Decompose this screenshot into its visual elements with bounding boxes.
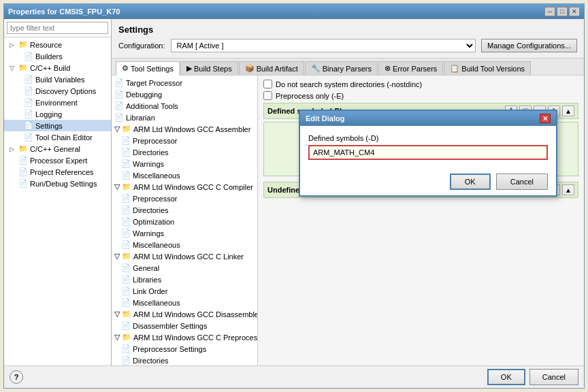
page-icon: 📄	[18, 156, 28, 165]
tab-content: 📄 Target Processor 📄 Debugging 📄 Additio…	[112, 76, 584, 365]
tree-item-label: Discovery Options	[35, 87, 96, 95]
tool-tree-asm-dirs[interactable]: 📄 Directories	[112, 146, 257, 158]
tab-binary-parsers[interactable]: 🔧 Binary Parsers	[305, 61, 378, 75]
title-bar: Properties for CMSIS_FPU_K70 ─ □ ✕	[4, 4, 584, 19]
page-icon: 📄	[18, 179, 28, 188]
tool-tree-assembler[interactable]: ▽ 📁 ARM Ltd Windows GCC Assembler	[112, 123, 257, 135]
page-icon: 📄	[24, 121, 33, 130]
ok-button[interactable]: OK	[487, 369, 525, 385]
config-select[interactable]: RAM [ Active ]	[171, 39, 476, 52]
nostdinc-checkbox[interactable]	[263, 80, 272, 88]
tool-tree-cc-misc[interactable]: 📄 Miscellaneous	[112, 239, 257, 250]
folder-icon: 📁	[122, 125, 131, 133]
tab-build-steps[interactable]: ▶ Build Steps	[180, 61, 238, 75]
tree-item-label: Tool Chain Editor	[35, 133, 93, 142]
tool-tree-cc-dirs[interactable]: 📄 Directories	[112, 204, 257, 216]
left-panel: ▷ 📁 Resource 📄 Builders ▽ 📁 C/C++ Build	[4, 19, 112, 365]
tree-item-run-debug[interactable]: 📄 Run/Debug Settings	[4, 178, 111, 189]
tree-item-label: ARM Ltd Windows GCC C Compiler	[133, 183, 253, 191]
tool-tree-cc-preproc[interactable]: 📄 Preprocessor	[112, 193, 257, 204]
tree-item-cpp-build[interactable]: ▽ 📁 C/C++ Build	[4, 62, 111, 74]
tab-tool-settings[interactable]: ⚙ Tool Settings	[116, 61, 180, 76]
tab-label: Build Steps	[194, 65, 232, 73]
manage-configurations-button[interactable]: Manage Configurations...	[481, 39, 577, 52]
tool-tree-librarian[interactable]: 📄 Librarian	[112, 112, 257, 123]
filter-input[interactable]	[7, 22, 108, 34]
tool-tree-disassembler[interactable]: ▽ 📁 ARM Ltd Windows GCC Disassembler	[112, 308, 257, 320]
edit-dialog: Edit Dialog ✕ Defined symbols (-D) OK Ca…	[299, 110, 557, 197]
maximize-button[interactable]: □	[557, 7, 568, 16]
build-tool-versions-icon: 📋	[450, 64, 459, 73]
config-row: Configuration: RAM [ Active ] Manage Con…	[118, 39, 577, 52]
tree-item-label: Miscellaneous	[133, 241, 180, 249]
tree-item-discovery[interactable]: 📄 Discovery Options	[4, 85, 111, 97]
tree-item-label: Warnings	[133, 160, 164, 168]
tool-tree-asm-warnings[interactable]: 📄 Warnings	[112, 158, 257, 169]
page-icon: 📄	[121, 287, 131, 295]
build-artifact-icon: 📦	[245, 64, 255, 73]
tree-item-settings[interactable]: 📄 Settings	[4, 120, 111, 131]
checkbox-preproc-row: Preprocess only (-E)	[263, 91, 578, 100]
tab-label: Tool Settings	[131, 65, 174, 73]
tree-item-environment[interactable]: 📄 Environment	[4, 97, 111, 108]
window-controls: ─ □ ✕	[544, 7, 580, 16]
bottom-bar: ? OK Cancel	[4, 365, 584, 388]
tree-item-project-refs[interactable]: 📄 Project References	[4, 166, 111, 178]
preproc-only-checkbox[interactable]	[263, 91, 272, 100]
tree-item-label: Optimization	[133, 218, 174, 226]
main-window: Properties for CMSIS_FPU_K70 ─ □ ✕ ▷ 📁 R…	[3, 3, 585, 389]
tree-item-label: Builders	[35, 52, 63, 61]
expand-icon: ▽	[114, 182, 120, 191]
tree-item-label: ARM Ltd Windows GCC C Linker	[133, 252, 244, 261]
close-button[interactable]: ✕	[569, 7, 580, 16]
tool-tree-asm-misc[interactable]: 📄 Miscellaneous	[112, 169, 257, 181]
dialog-cancel-button[interactable]: Cancel	[496, 174, 548, 190]
tree-item-build-vars[interactable]: 📄 Build Variables	[4, 74, 111, 85]
window-title: Properties for CMSIS_FPU_K70	[8, 7, 120, 16]
tree-item-processor[interactable]: 📄 Processor Expert	[4, 154, 111, 166]
tool-tree-linker-general[interactable]: 📄 General	[112, 262, 257, 274]
tree-item-builders[interactable]: 📄 Builders	[4, 50, 111, 62]
tool-tree-disasm-settings[interactable]: 📄 Disassembler Settings	[112, 320, 257, 331]
tree-item-label: Preprocessor	[133, 195, 177, 203]
tool-tree-linker-misc[interactable]: 📄 Miscellaneous	[112, 297, 257, 308]
tool-tree-additional[interactable]: 📄 Additional Tools	[112, 100, 257, 112]
tool-tree-cc-warnings[interactable]: 📄 Warnings	[112, 227, 257, 239]
build-steps-icon: ▶	[186, 64, 192, 73]
help-button[interactable]: ?	[10, 370, 23, 384]
cancel-button[interactable]: Cancel	[529, 369, 578, 385]
tree-item-label: Resource	[30, 41, 62, 49]
dialog-ok-button[interactable]: OK	[450, 174, 491, 190]
dialog-close-button[interactable]: ✕	[540, 114, 551, 123]
page-icon: 📄	[121, 298, 131, 307]
folder-icon: 📁	[122, 252, 131, 261]
page-icon: 📄	[121, 159, 131, 168]
tree-item-logging[interactable]: 📄 Logging	[4, 108, 111, 120]
page-icon: 📄	[121, 229, 131, 238]
tool-tree-linker-libs[interactable]: 📄 Libraries	[112, 274, 257, 285]
tab-error-parsers[interactable]: ⊗ Error Parsers	[378, 61, 443, 75]
tree-item-toolchain[interactable]: 📄 Tool Chain Editor	[4, 131, 111, 143]
tab-build-artifact[interactable]: 📦 Build Artifact	[239, 61, 304, 75]
tab-build-tool-versions[interactable]: 📋 Build Tool Versions	[444, 61, 531, 75]
tool-tree-target[interactable]: 📄 Target Processor	[112, 77, 257, 88]
tool-tree-cpp-settings[interactable]: 📄 Preprocessor Settings	[112, 343, 257, 355]
tabs-bar: ⚙ Tool Settings ▶ Build Steps 📦 Build Ar…	[112, 59, 584, 76]
right-panel: Settings Configuration: RAM [ Active ] M…	[112, 19, 584, 365]
tool-tree-linker-order[interactable]: 📄 Link Order	[112, 285, 257, 297]
tool-tree-asm-preproc[interactable]: 📄 Preprocessor	[112, 135, 257, 146]
tool-tree-c-preprocessor[interactable]: ▽ 📁 ARM Ltd Windows GCC C Preprocessor	[112, 331, 257, 343]
tool-tree-cc-optim[interactable]: 📄 Optimization	[112, 216, 257, 227]
tool-tree-cpp-dirs[interactable]: 📄 Directories	[112, 355, 257, 365]
expand-icon: ▷	[10, 146, 16, 152]
tree-item-cpp-general[interactable]: ▷ 📁 C/C++ General	[4, 143, 111, 154]
tree-item-label: Directories	[133, 206, 169, 214]
dialog-input[interactable]	[308, 145, 548, 160]
tool-tree-c-linker[interactable]: ▽ 📁 ARM Ltd Windows GCC C Linker	[112, 250, 257, 262]
minimize-button[interactable]: ─	[544, 7, 555, 16]
tool-tree-debugging[interactable]: 📄 Debugging	[112, 88, 257, 100]
tree-item-label: Additional Tools	[126, 102, 178, 110]
page-icon: 📄	[121, 344, 131, 353]
tree-item-resource[interactable]: ▷ 📁 Resource	[4, 39, 111, 50]
tool-tree-c-compiler[interactable]: ▽ 📁 ARM Ltd Windows GCC C Compiler	[112, 181, 257, 193]
